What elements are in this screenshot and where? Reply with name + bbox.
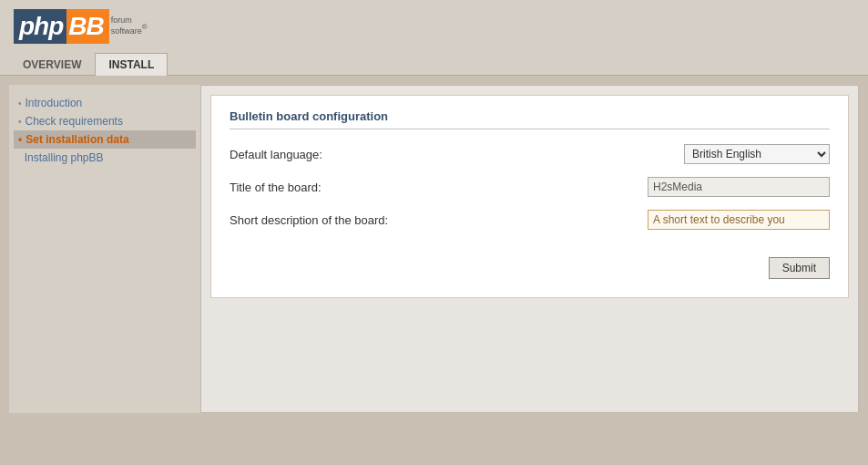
form-row-language: Default language: British English [230, 144, 830, 164]
tabs-bar: OVERVIEW INSTALL [0, 53, 868, 76]
input-board-title[interactable] [648, 177, 830, 197]
form-row-board-title: Title of the board: [230, 177, 830, 197]
label-board-title: Title of the board: [230, 181, 466, 194]
logo-trademark: ® [142, 23, 148, 31]
control-default-language: British English [466, 144, 830, 164]
sidebar-link-check-requirements[interactable]: Check requirements [26, 115, 123, 128]
section-title: Bulletin board configuration [230, 109, 830, 129]
content-inner: Bulletin board configuration Default lan… [210, 95, 849, 298]
logo-php-text: php [14, 9, 66, 44]
logo-line1: forum [111, 16, 142, 26]
sidebar-link-introduction[interactable]: Introduction [26, 97, 83, 109]
sidebar-item-check-requirements[interactable]: • Check requirements [14, 112, 196, 130]
tab-overview[interactable]: OVERVIEW [9, 53, 95, 76]
form-row-board-description: Short description of the board: [230, 210, 830, 230]
input-board-description[interactable] [648, 210, 830, 230]
header: phpBB forum software ® [0, 0, 868, 53]
logo-bb-text: BB [66, 9, 108, 44]
submit-button[interactable]: Submit [769, 257, 830, 279]
select-default-language[interactable]: British English [684, 144, 830, 164]
label-default-language: Default language: [230, 148, 466, 161]
phpbb-logo: phpBB [14, 9, 109, 44]
sidebar-item-introduction[interactable]: • Introduction [14, 94, 196, 112]
control-board-description [466, 210, 830, 230]
sidebar-link-installing-phpbb[interactable]: Installing phpBB [25, 151, 104, 164]
control-board-title [466, 177, 830, 197]
logo: phpBB forum software ® [14, 9, 148, 44]
sidebar-item-set-installation-data[interactable]: • Set installation data [14, 130, 196, 149]
submit-row: Submit [230, 248, 830, 279]
main-area: • Introduction • Check requirements • Se… [0, 76, 868, 422]
sidebar-label-set-installation-data: Set installation data [26, 133, 128, 146]
bullet-active-icon: • [18, 133, 22, 146]
content-area: Bulletin board configuration Default lan… [200, 85, 859, 413]
bullet-icon: • [18, 98, 22, 108]
bullet-icon: • [18, 117, 22, 127]
label-board-description: Short description of the board: [230, 213, 466, 227]
logo-tagline: forum software [111, 16, 142, 36]
logo-line2: software [111, 26, 142, 37]
bullet-icon [18, 153, 21, 163]
sidebar: • Introduction • Check requirements • Se… [9, 85, 200, 413]
tab-install[interactable]: INSTALL [95, 53, 168, 76]
sidebar-item-installing-phpbb[interactable]: Installing phpBB [14, 149, 196, 167]
